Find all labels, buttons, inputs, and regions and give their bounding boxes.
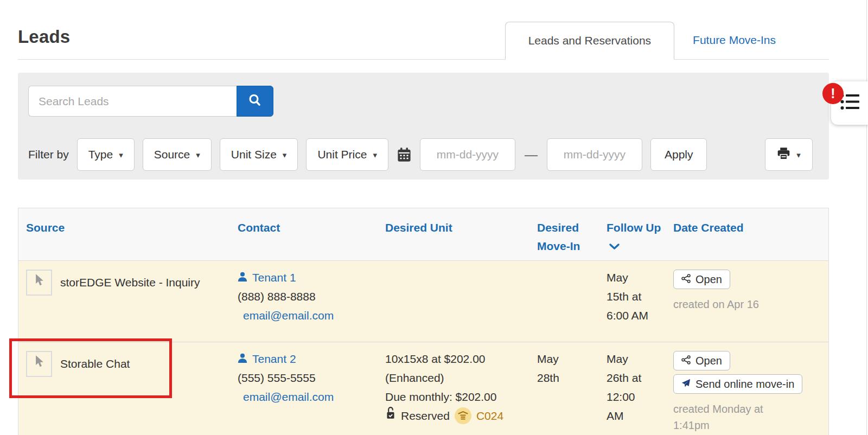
header-follow-up[interactable]: Follow Up bbox=[599, 219, 664, 260]
tab-future-move-ins[interactable]: Future Move-Ins bbox=[674, 21, 794, 59]
date-to-input[interactable] bbox=[547, 138, 642, 171]
desired-move-in-cell-empty bbox=[529, 268, 599, 342]
page-scroll-edge bbox=[866, 0, 867, 435]
follow-up-label: Follow Up bbox=[607, 221, 661, 234]
lock-check-icon bbox=[385, 406, 396, 425]
paper-plane-icon bbox=[681, 378, 691, 391]
chevron-down-icon bbox=[609, 237, 620, 255]
unit-price-filter-dropdown[interactable]: Unit Price ▾ bbox=[306, 138, 388, 171]
source-filter-dropdown[interactable]: Source ▾ bbox=[143, 138, 212, 171]
tenant-email-link[interactable]: email@email.com bbox=[243, 391, 334, 403]
magnifier-icon bbox=[248, 93, 262, 109]
open-lead-button[interactable]: Open bbox=[673, 270, 730, 289]
share-icon bbox=[681, 355, 691, 367]
storage-unit-icon bbox=[455, 407, 471, 424]
search-bar bbox=[28, 86, 273, 117]
lead-row-2[interactable]: Storable Chat Tenant 2 (555) 555-5555 em… bbox=[18, 342, 828, 435]
caret-down-icon: ▾ bbox=[283, 151, 287, 159]
created-note: created Monday at 1:41pm bbox=[673, 401, 798, 433]
source-filter-label: Source bbox=[154, 148, 190, 161]
desired-move-in-date: May 28th bbox=[537, 349, 575, 387]
task-list-toggle[interactable]: ! bbox=[831, 81, 868, 125]
tab-bar: Leads and Reservations Future Move-Ins bbox=[505, 21, 794, 59]
tab-leads-and-reservations[interactable]: Leads and Reservations bbox=[505, 22, 674, 60]
lead-row-1[interactable]: storEDGE Website - Inquiry Tenant 1 (888… bbox=[18, 261, 828, 342]
caret-down-icon: ▾ bbox=[796, 151, 801, 159]
person-icon bbox=[238, 349, 247, 368]
alert-badge: ! bbox=[822, 83, 844, 104]
caret-down-icon: ▾ bbox=[196, 151, 200, 159]
caret-down-icon: ▾ bbox=[373, 151, 377, 159]
follow-up-date: May 15th at 6:00 AM bbox=[607, 268, 653, 325]
table-header-row: Source Contact Desired Unit Desired Move… bbox=[18, 208, 828, 261]
search-button[interactable] bbox=[237, 86, 273, 117]
header-desired-move-in: Desired Move-In bbox=[529, 219, 599, 260]
open-label: Open bbox=[695, 355, 722, 367]
page-title: Leads bbox=[18, 27, 70, 59]
tenant-phone: (888) 888-8888 bbox=[238, 287, 378, 306]
type-filter-label: Type bbox=[88, 148, 113, 161]
tenant-phone: (555) 555-5555 bbox=[238, 368, 378, 387]
filter-panel: Filter by Type ▾ Source ▾ Unit Size ▾ Un… bbox=[18, 73, 829, 180]
unit-price-filter-label: Unit Price bbox=[317, 148, 367, 161]
header-source: Source bbox=[18, 219, 230, 260]
leads-table: Source Contact Desired Unit Desired Move… bbox=[18, 208, 829, 435]
person-icon bbox=[238, 268, 247, 287]
apply-button[interactable]: Apply bbox=[650, 138, 707, 171]
created-note: created on Apr 16 bbox=[673, 296, 759, 312]
desired-unit-description: 10x15x8 at $202.00 (Enhanced) bbox=[385, 349, 521, 387]
type-filter-dropdown[interactable]: Type ▾ bbox=[77, 138, 135, 171]
desired-unit-due: Due monthly: $202.00 bbox=[385, 387, 529, 406]
filter-row: Filter by Type ▾ Source ▾ Unit Size ▾ Un… bbox=[28, 138, 829, 171]
desired-unit-cell-empty bbox=[378, 268, 529, 342]
follow-up-date: May 26th at 12:00 AM bbox=[607, 349, 653, 425]
open-label: Open bbox=[695, 273, 722, 286]
share-icon bbox=[681, 273, 691, 286]
tenant-name-link[interactable]: Tenant 2 bbox=[252, 349, 296, 368]
header-desired-unit: Desired Unit bbox=[378, 219, 529, 260]
unit-size-filter-dropdown[interactable]: Unit Size ▾ bbox=[220, 138, 298, 171]
cursor-arrow-icon bbox=[33, 354, 46, 374]
send-label: Send online move-in bbox=[695, 378, 794, 391]
header-date-created: Date Created bbox=[664, 219, 828, 260]
page-header: Leads Leads and Reservations Future Move… bbox=[18, 0, 829, 60]
open-lead-cursor-button[interactable] bbox=[26, 270, 52, 296]
calendar-icon[interactable] bbox=[397, 147, 412, 163]
unit-size-filter-label: Unit Size bbox=[231, 148, 277, 161]
open-lead-cursor-button[interactable] bbox=[26, 351, 52, 377]
cursor-arrow-icon bbox=[33, 273, 46, 292]
lead-source-text: Storable Chat bbox=[60, 354, 130, 373]
header-contact: Contact bbox=[230, 219, 378, 260]
unit-number-link[interactable]: C024 bbox=[476, 406, 503, 425]
print-dropdown-button[interactable]: ▾ bbox=[765, 138, 813, 171]
unit-status-text: Reserved bbox=[401, 406, 450, 425]
tab-leads-label: Leads and Reservations bbox=[528, 34, 651, 47]
filter-by-label: Filter by bbox=[28, 148, 69, 161]
caret-down-icon: ▾ bbox=[119, 151, 123, 159]
tenant-email-link[interactable]: email@email.com bbox=[243, 309, 334, 322]
search-input[interactable] bbox=[28, 86, 237, 117]
send-online-move-in-button[interactable]: Send online move-in bbox=[673, 374, 802, 394]
date-range-separator: — bbox=[525, 147, 538, 162]
open-lead-button[interactable]: Open bbox=[673, 351, 730, 370]
tab-future-label: Future Move-Ins bbox=[693, 34, 776, 47]
apply-label: Apply bbox=[665, 148, 693, 161]
alert-badge-text: ! bbox=[831, 86, 835, 101]
date-from-input[interactable] bbox=[420, 138, 515, 171]
lead-source-text: storEDGE Website - Inquiry bbox=[60, 273, 200, 292]
printer-icon bbox=[777, 147, 790, 163]
tenant-name-link[interactable]: Tenant 1 bbox=[252, 268, 296, 287]
